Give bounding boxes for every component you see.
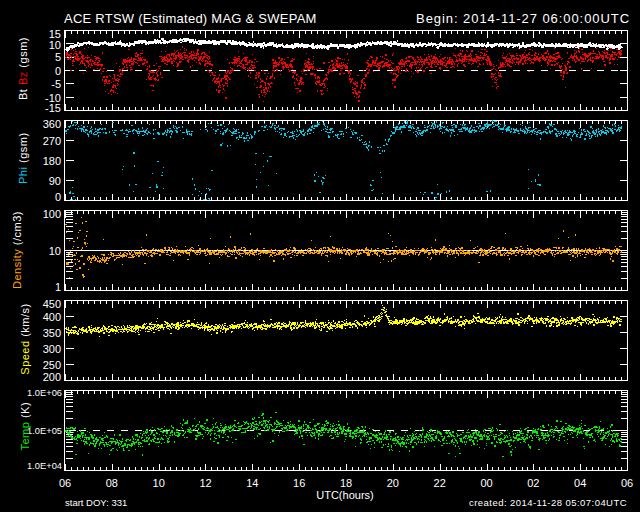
svg-text:360: 360 — [43, 118, 61, 130]
svg-text:04: 04 — [574, 477, 586, 489]
svg-text:Bt Bz (gsm): Bt Bz (gsm) — [17, 37, 29, 100]
svg-text:00: 00 — [480, 477, 492, 489]
svg-text:400: 400 — [43, 311, 61, 323]
svg-text:Density (/cm3): Density (/cm3) — [11, 211, 23, 289]
svg-text:1.0E+06: 1.0E+06 — [27, 388, 62, 398]
svg-text:Temp (K): Temp (K) — [19, 402, 31, 451]
svg-text:UTC(hours): UTC(hours) — [316, 489, 373, 501]
svg-text:180: 180 — [43, 155, 61, 167]
svg-text:350: 350 — [43, 327, 61, 339]
svg-text:1.0E+05: 1.0E+05 — [27, 426, 62, 436]
svg-text:5: 5 — [55, 51, 61, 63]
svg-text:1: 1 — [55, 281, 61, 293]
svg-text:10: 10 — [49, 39, 61, 51]
svg-text:0: 0 — [55, 65, 61, 77]
svg-text:270: 270 — [43, 135, 61, 147]
svg-text:Phi (gsm): Phi (gsm) — [17, 132, 29, 184]
svg-text:06: 06 — [621, 477, 633, 489]
svg-text:200: 200 — [43, 371, 61, 383]
svg-text:10: 10 — [153, 477, 165, 489]
svg-text:02: 02 — [527, 477, 539, 489]
svg-text:450: 450 — [43, 298, 61, 310]
svg-text:18: 18 — [340, 477, 352, 489]
svg-text:90: 90 — [49, 175, 61, 187]
svg-text:created: 2014-11-28 05:07:04UT: created: 2014-11-28 05:07:04UTC — [469, 497, 627, 508]
svg-text:20: 20 — [387, 477, 399, 489]
svg-text:-15: -15 — [45, 102, 61, 114]
svg-text:1.0E+04: 1.0E+04 — [27, 461, 62, 471]
svg-text:22: 22 — [434, 477, 446, 489]
svg-text:300: 300 — [43, 343, 61, 355]
svg-text:ACE RTSW (Estimated) MAG & SWE: ACE RTSW (Estimated) MAG & SWEPAM — [64, 11, 317, 26]
svg-text:16: 16 — [293, 477, 305, 489]
svg-text:08: 08 — [106, 477, 118, 489]
svg-text:12: 12 — [199, 477, 211, 489]
svg-text:Speed (km/s): Speed (km/s) — [19, 303, 31, 374]
svg-text:10: 10 — [49, 245, 61, 257]
svg-text:Begin: 2014-11-27 06:00:00UTC: Begin: 2014-11-27 06:00:00UTC — [416, 11, 630, 26]
svg-text:14: 14 — [246, 477, 258, 489]
svg-text:start DOY: 331: start DOY: 331 — [65, 497, 127, 508]
svg-text:06: 06 — [59, 477, 71, 489]
svg-text:100: 100 — [43, 208, 61, 220]
svg-text:250: 250 — [43, 359, 61, 371]
svg-text:-5: -5 — [51, 78, 61, 90]
svg-text:0: 0 — [55, 191, 61, 203]
